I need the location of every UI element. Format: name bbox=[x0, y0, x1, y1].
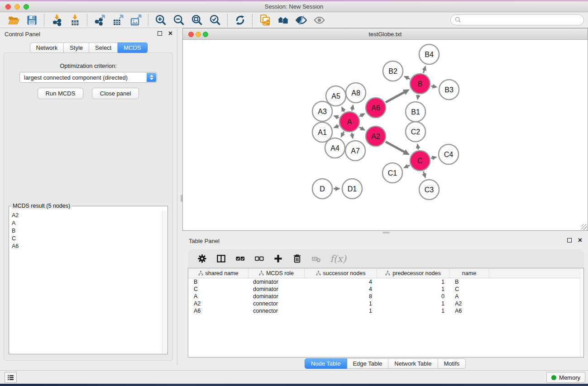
tab-motifs[interactable]: Motifs bbox=[438, 358, 466, 369]
edge-B-B2[interactable] bbox=[408, 78, 410, 79]
save-session-button[interactable] bbox=[23, 14, 41, 27]
deselect-all-button[interactable] bbox=[253, 253, 265, 265]
node-table[interactable]: shared nameMCDS rolesuccessor nodesprede… bbox=[188, 268, 584, 357]
edge-A-A6[interactable] bbox=[359, 115, 361, 116]
edge-C-C4[interactable] bbox=[431, 158, 432, 158]
add-row-button[interactable] bbox=[272, 253, 284, 265]
close-panel-button[interactable]: Close panel bbox=[92, 88, 139, 99]
cell[interactable]: 0 bbox=[377, 293, 449, 300]
column-header-name[interactable]: name bbox=[449, 268, 489, 278]
open-file-button[interactable] bbox=[5, 14, 23, 27]
cell[interactable]: connector bbox=[249, 307, 305, 315]
edge-C-C1[interactable] bbox=[407, 165, 410, 166]
mcds-result-list[interactable]: A2ABCA6 bbox=[9, 212, 162, 353]
column-header-shared-name[interactable]: shared name bbox=[188, 268, 249, 278]
tab-edge-table[interactable]: Edge Table bbox=[347, 358, 388, 369]
home-button[interactable] bbox=[274, 14, 292, 27]
result-scrollbar[interactable] bbox=[162, 211, 167, 353]
delete-row-button[interactable] bbox=[291, 253, 303, 265]
export-table-button[interactable] bbox=[109, 14, 127, 27]
cell[interactable]: 1 bbox=[377, 286, 449, 293]
float-table-panel-icon[interactable] bbox=[567, 238, 572, 243]
edge-C-C3[interactable] bbox=[423, 172, 424, 174]
criterion-dropdown[interactable]: largest connected component (directed) bbox=[19, 72, 157, 83]
columns-button[interactable] bbox=[215, 253, 227, 265]
cell[interactable]: B bbox=[449, 278, 489, 286]
edge-A-A3[interactable] bbox=[338, 117, 339, 118]
result-item[interactable]: A2 bbox=[9, 212, 162, 219]
network-file-button[interactable] bbox=[256, 14, 274, 27]
tab-network[interactable]: Network bbox=[29, 43, 64, 53]
tab-style[interactable]: Style bbox=[64, 43, 89, 53]
memory-button[interactable]: Memory bbox=[546, 372, 585, 383]
cell[interactable]: 4 bbox=[305, 278, 377, 286]
task-history-button[interactable] bbox=[5, 372, 17, 383]
edge-A-A5[interactable] bbox=[344, 110, 344, 112]
network-graph[interactable]: B4B2BB3A8A5A6A3B1AA1C2A2A4A7C4CC1C3DD1 bbox=[183, 40, 588, 230]
delete-table-button[interactable] bbox=[310, 253, 322, 265]
run-mcds-button[interactable]: Run MCDS bbox=[38, 88, 84, 99]
result-item[interactable]: B bbox=[9, 227, 162, 235]
close-panel-icon[interactable]: × bbox=[168, 31, 172, 36]
result-item[interactable]: A6 bbox=[9, 243, 162, 250]
cell[interactable]: connector bbox=[249, 300, 305, 307]
table-row[interactable]: Adominator80A bbox=[188, 293, 583, 300]
close-table-panel-icon[interactable]: × bbox=[578, 238, 582, 243]
edge-A-A8[interactable] bbox=[352, 109, 352, 110]
network-canvas[interactable]: B4B2BB3A8A5A6A3B1AA1C2A2A4A7C4CC1C3DD1 bbox=[182, 40, 588, 231]
zoom-in-button[interactable] bbox=[152, 14, 170, 27]
network-window-titlebar[interactable]: testGlobe.txt bbox=[182, 28, 588, 40]
settings-button[interactable] bbox=[196, 253, 208, 265]
column-header-mcds-role[interactable]: MCDS role bbox=[249, 268, 305, 278]
tab-node-table[interactable]: Node Table bbox=[305, 358, 347, 369]
column-header-successor-nodes[interactable]: successor nodes bbox=[305, 268, 377, 278]
table-row[interactable]: A2connector11A2 bbox=[188, 300, 583, 307]
edge-B-B4[interactable] bbox=[423, 70, 424, 73]
result-item[interactable]: C bbox=[9, 235, 162, 243]
cell[interactable]: 1 bbox=[377, 278, 449, 286]
cell[interactable]: dominator bbox=[249, 293, 305, 300]
float-panel-icon[interactable] bbox=[158, 31, 162, 36]
hide-panel-button[interactable] bbox=[292, 14, 310, 27]
search-input[interactable] bbox=[462, 15, 583, 24]
show-details-button[interactable] bbox=[310, 14, 328, 27]
cell[interactable]: dominator bbox=[249, 286, 305, 293]
edge-A-A4[interactable] bbox=[343, 132, 344, 134]
tab-mcds[interactable]: MCDS bbox=[118, 43, 147, 53]
cell[interactable]: 1 bbox=[377, 300, 449, 307]
edge-A6-B[interactable] bbox=[386, 92, 405, 103]
edge-C-C2[interactable] bbox=[418, 148, 419, 150]
resize-grip-icon[interactable] bbox=[581, 224, 587, 230]
tab-network-table[interactable]: Network Table bbox=[388, 358, 438, 369]
cell[interactable]: 1 bbox=[305, 307, 377, 315]
splitter-handle-vertical[interactable] bbox=[181, 195, 182, 202]
zoom-selected-button[interactable] bbox=[206, 14, 224, 27]
table-scrollbar[interactable] bbox=[580, 268, 583, 357]
main-titlebar[interactable]: Session: New Session bbox=[0, 1, 588, 12]
select-all-button[interactable] bbox=[234, 253, 246, 265]
dropdown-stepper-icon[interactable] bbox=[147, 73, 156, 82]
table-row[interactable]: Bdominator41B bbox=[188, 278, 583, 286]
cell[interactable]: A6 bbox=[449, 307, 489, 315]
export-network-button[interactable] bbox=[91, 14, 109, 27]
import-network-button[interactable] bbox=[48, 14, 66, 27]
import-table-button[interactable] bbox=[66, 14, 84, 27]
tab-select[interactable]: Select bbox=[89, 43, 118, 53]
edge-A-A2[interactable] bbox=[359, 127, 362, 129]
cell[interactable]: A6 bbox=[188, 307, 249, 315]
export-image-button[interactable] bbox=[127, 14, 145, 27]
zoom-fit-button[interactable] bbox=[188, 14, 206, 27]
zoom-out-button[interactable] bbox=[170, 14, 188, 27]
cell[interactable]: 8 bbox=[305, 293, 377, 300]
splitter-handle-horizontal[interactable] bbox=[382, 232, 390, 234]
function-builder-button[interactable]: f(x) bbox=[329, 253, 346, 264]
cell[interactable]: C bbox=[188, 286, 249, 293]
cell[interactable]: dominator bbox=[249, 278, 305, 286]
cell[interactable]: C bbox=[449, 286, 489, 293]
edge-A-A1[interactable] bbox=[338, 126, 339, 126]
cell[interactable]: 1 bbox=[377, 307, 449, 315]
edge-B-B3[interactable] bbox=[431, 86, 433, 86]
cell[interactable]: 1 bbox=[305, 300, 377, 307]
column-header-predecessor-nodes[interactable]: predecessor nodes bbox=[377, 268, 449, 278]
apply-layout-button[interactable] bbox=[231, 14, 249, 27]
